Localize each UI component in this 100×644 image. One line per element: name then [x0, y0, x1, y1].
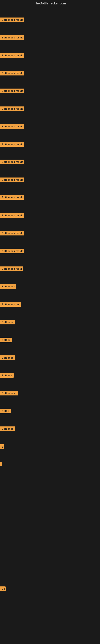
bottleneck-badge: Bottleneck result	[0, 106, 24, 111]
bottleneck-badge: Bottler	[0, 338, 12, 342]
bottleneck-item: Bottlenec	[0, 320, 15, 325]
bottleneck-item: Bottleneck result	[0, 18, 24, 23]
bottleneck-item: Bottleneck result	[0, 53, 24, 58]
bottleneck-item: Bottleneck result	[0, 195, 24, 200]
bottleneck-item: Bottleneck res	[0, 302, 21, 308]
bottleneck-badge: Bottleneck result	[0, 178, 24, 182]
bottleneck-item: Bottler	[0, 338, 12, 343]
bottleneck-list: Bottleneck resultBottleneck resultBottle…	[0, 6, 100, 644]
bottleneck-badge: Bottleneck	[0, 284, 16, 289]
bottleneck-item: B	[0, 444, 4, 450]
bottleneck-badge: Bottleneck result	[0, 249, 24, 253]
bottleneck-item: Bottleneck	[0, 284, 16, 290]
bottleneck-badge: Bottleneck result	[0, 231, 24, 236]
bottleneck-item: Bottleneck result	[0, 160, 24, 165]
bottleneck-badge: Bottleneck result	[0, 53, 24, 58]
bottleneck-badge: Bottlenec	[0, 426, 15, 431]
bottleneck-badge: Bottlenec	[0, 356, 15, 360]
bottleneck-item: Bo	[0, 586, 6, 592]
bottleneck-badge: Bottleneck result	[0, 18, 24, 22]
bottleneck-badge: Bottleneck result	[0, 35, 24, 40]
bottleneck-item: Bottlenec	[0, 426, 15, 432]
bottleneck-item: Bottleneck result	[0, 35, 24, 41]
bottleneck-item: Bottleneck result	[0, 178, 24, 183]
bottleneck-item: Bottleneck result	[0, 106, 24, 112]
bottleneck-item: Bottleneck result	[0, 231, 24, 236]
site-title-container: TheBottlenecker.com	[0, 0, 100, 6]
bottleneck-badge: Bottlenec	[0, 320, 15, 324]
bottleneck-badge: Bottleneck result	[0, 195, 24, 200]
bottleneck-badge: Bottleneck r	[0, 391, 18, 396]
bottleneck-item: Bottleneck result	[0, 249, 24, 254]
bottleneck-badge: Bottleneck result	[0, 124, 24, 129]
bottleneck-item: Bottlenec	[0, 356, 15, 361]
bottleneck-badge: B	[0, 444, 4, 449]
bottleneck-line	[0, 462, 1, 466]
site-title: TheBottlenecker.com	[0, 0, 100, 6]
bottleneck-badge: Bottleneck result	[0, 142, 24, 147]
bottleneck-item: Bottlene	[0, 373, 14, 378]
bottleneck-badge: Bottleneck result	[0, 88, 24, 93]
bottleneck-item: Bottle	[0, 409, 11, 414]
bottleneck-item: Bottleneck resul	[0, 266, 23, 272]
bottleneck-item: Bottleneck result	[0, 88, 24, 94]
bottleneck-item: Bottleneck result	[0, 124, 24, 130]
bottleneck-badge: Bo	[0, 586, 6, 591]
bottleneck-item: Bottleneck result	[0, 213, 24, 218]
bottleneck-badge: Bottleneck result	[0, 213, 24, 218]
bottleneck-item: Bottleneck result	[0, 142, 24, 148]
bottleneck-badge: Bottlene	[0, 373, 14, 378]
bottleneck-item: Bottleneck r	[0, 391, 18, 396]
bottleneck-badge: Bottleneck result	[0, 160, 24, 164]
bottleneck-badge: Bottleneck result	[0, 71, 24, 76]
bottleneck-badge: Bottle	[0, 409, 11, 413]
bottleneck-item: Bottleneck result	[0, 71, 24, 76]
bottleneck-badge: Bottleneck res	[0, 302, 21, 307]
bottleneck-badge: Bottleneck resul	[0, 266, 23, 271]
